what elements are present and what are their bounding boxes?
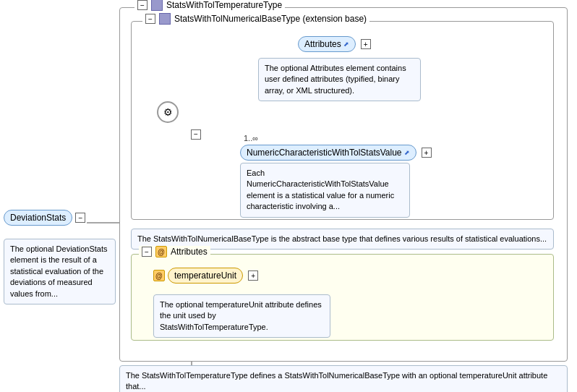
deviation-tooltip: The optional DeviationStats element is t… <box>4 239 116 304</box>
attributes-badge[interactable]: Attributes ⬈ <box>298 36 356 52</box>
temperature-unit-node: @ temperatureUnit + <box>153 268 258 284</box>
temperature-tooltip-text: The optional temperatureUnit attribute d… <box>160 300 322 331</box>
attributes-tooltip-text: The optional Attributes element contains… <box>265 64 406 95</box>
numeric-tooltip-text: Each NumericCharacteristicWithTolStatsVa… <box>247 169 394 210</box>
numeric-plus-button[interactable]: + <box>422 148 432 158</box>
gear-connector: ⚙ <box>157 101 179 123</box>
outer-title-text: StatsWithTolTemperatureType <box>166 0 282 10</box>
bottom-description-text: The StatsWithTolTemperatureType defines … <box>126 371 547 391</box>
attr-section-collapse-button[interactable]: − <box>142 247 152 257</box>
temperature-tooltip: The optional temperatureUnit attribute d… <box>153 294 330 338</box>
numeric-link-icon: ⬈ <box>404 149 410 156</box>
inner-box: − StatsWithTolNumericalBaseType (extensi… <box>131 21 554 220</box>
bottom-description-box: The StatsWithTolTemperatureType defines … <box>119 365 568 392</box>
outer-collapse-button[interactable]: − <box>137 0 148 10</box>
outer-box-title: − StatsWithTolTemperatureType <box>134 0 285 11</box>
gear-icon: ⚙ <box>163 106 173 118</box>
inner-title-text: StatsWithTolNumericalBaseType (extension… <box>174 14 367 24</box>
temperature-unit-badge[interactable]: temperatureUnit <box>168 268 243 284</box>
attributes-link-icon: ⬈ <box>343 41 349 48</box>
deviation-minus-button[interactable]: − <box>75 213 85 223</box>
temperature-plus-button[interactable]: + <box>248 270 258 281</box>
attributes-node: Attributes ⬈ + <box>298 36 371 52</box>
numeric-tooltip: Each NumericCharacteristicWithTolStatsVa… <box>240 163 410 218</box>
attributes-plus-button[interactable]: + <box>361 39 371 49</box>
inner-type-icon <box>159 13 171 25</box>
deviation-label: DeviationStats <box>10 213 66 223</box>
inner-collapse-button[interactable]: − <box>145 14 155 24</box>
temperature-unit-label: temperatureUnit <box>174 270 236 281</box>
attributes-section-title: − @ Attributes <box>139 246 210 257</box>
diagram-container: − StatsWithTolTemperatureType − StatsWit… <box>0 0 577 392</box>
minus-inline-icon[interactable]: − <box>191 129 201 140</box>
numeric-multiplicity: 1..∞ <box>244 134 432 142</box>
numeric-node: 1..∞ NumericCharacteristicWithTolStatsVa… <box>240 134 432 161</box>
temp-at-icon: @ <box>153 270 165 281</box>
attr-section-label: Attributes <box>171 247 208 257</box>
numeric-label: NumericCharacteristicWithTolStatsValue <box>247 148 402 158</box>
at-icon: @ <box>155 246 167 257</box>
deviation-badge[interactable]: DeviationStats <box>4 210 72 226</box>
deviation-node: DeviationStats − <box>4 210 87 226</box>
numeric-badge[interactable]: NumericCharacteristicWithTolStatsValue ⬈ <box>240 145 416 161</box>
attributes-tooltip: The optional Attributes element contains… <box>258 58 421 101</box>
minus-connector: − <box>191 129 203 140</box>
attributes-section: − @ Attributes @ temperatureUnit + The o… <box>131 254 554 341</box>
deviation-tooltip-text: The optional DeviationStats element is t… <box>10 244 108 298</box>
inner-box-title: − StatsWithTolNumericalBaseType (extensi… <box>142 13 369 25</box>
attributes-label: Attributes <box>304 39 341 49</box>
main-description-text: The StatsWithTolNumericalBaseType is the… <box>137 234 547 243</box>
outer-type-icon <box>151 0 163 11</box>
outer-box: − StatsWithTolTemperatureType − StatsWit… <box>119 7 568 362</box>
